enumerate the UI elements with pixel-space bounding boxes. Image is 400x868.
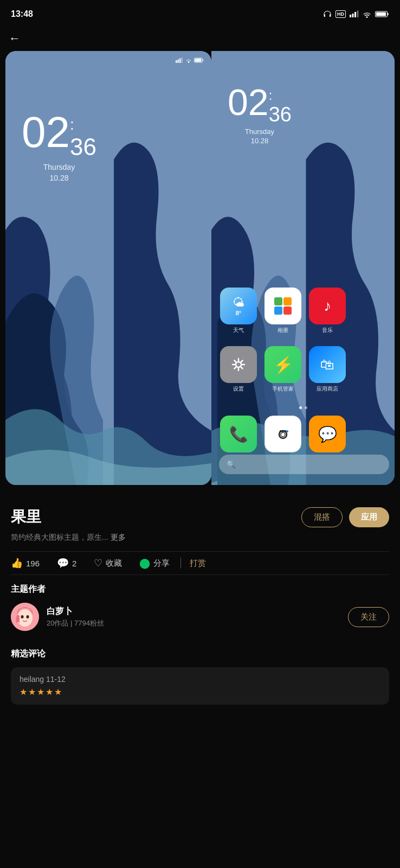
app-settings[interactable]: 设置: [220, 346, 257, 393]
collect-label: 收藏: [106, 558, 122, 569]
dot-2: [305, 406, 307, 409]
svg-rect-8: [178, 60, 179, 63]
star-3: ★: [37, 687, 44, 697]
reward-action[interactable]: 打赏: [190, 558, 215, 569]
star-2: ★: [28, 687, 36, 697]
app-phone[interactable]: 📞: [220, 416, 257, 452]
collect-action[interactable]: ♡ 收藏: [85, 557, 131, 569]
theme-title-row: 果里 混搭 应用: [11, 507, 389, 527]
app-camera[interactable]: [264, 416, 301, 452]
comments-section: 精选评论 heilang 11-12 ★ ★ ★ ★ ★: [0, 640, 400, 705]
lock-screen-preview[interactable]: 02 : 36 Thursday 10.28: [5, 51, 211, 485]
svg-rect-6: [376, 12, 386, 16]
collect-icon: ♡: [94, 557, 102, 569]
home-day: Thursday: [228, 127, 292, 136]
theme-more-link[interactable]: 更多: [111, 533, 126, 541]
svg-rect-18: [274, 307, 282, 315]
home-colon: :: [269, 88, 292, 103]
app-photos[interactable]: 相册: [264, 288, 301, 334]
appstore-icon: 🛍: [309, 346, 346, 383]
app-appstore[interactable]: 🛍 应用商店: [309, 346, 346, 393]
svg-rect-16: [274, 297, 282, 305]
home-search-bar[interactable]: 🔍: [219, 455, 389, 474]
lock-hour: 02: [22, 111, 70, 154]
home-screen-preview[interactable]: 02 : 36 Thursday 10.28 🌤 8° 天气: [211, 51, 395, 485]
app-row-1: 🌤 8° 天气 相册: [220, 288, 389, 334]
photos-icon: [264, 288, 301, 324]
phonemanager-label: 手机管家: [272, 385, 294, 393]
author-fans: 7794粉丝: [74, 619, 104, 627]
app-phonemanager[interactable]: ⚡ 手机管家: [264, 346, 301, 393]
like-action[interactable]: 👍 196: [11, 557, 48, 569]
settings-label: 设置: [233, 385, 244, 393]
dock-row: 📞 💬: [220, 416, 389, 452]
actions-row: 👍 196 💬 2 ♡ 收藏 ⬤ 分享 打赏: [11, 551, 389, 575]
comments-title: 精选评论: [11, 648, 389, 660]
lock-signal-icon: [176, 58, 183, 63]
lock-date: 10.28: [22, 174, 96, 182]
share-action[interactable]: ⬤ 分享: [131, 557, 178, 569]
comment-item: heilang 11-12 ★ ★ ★ ★ ★: [11, 667, 389, 705]
music-label: 音乐: [322, 327, 333, 334]
author-info: 白萝卜 20作品 | 7794粉丝: [11, 603, 104, 631]
svg-point-27: [17, 609, 33, 627]
settings-icon: [220, 346, 257, 383]
lock-screen-status: [176, 58, 204, 63]
search-icon: 🔍: [227, 460, 236, 469]
reward-label: 打赏: [190, 558, 206, 569]
app-weather[interactable]: 🌤 8° 天气: [220, 288, 257, 334]
author-details: 白萝卜 20作品 | 7794粉丝: [47, 606, 104, 628]
page-dots: [211, 406, 395, 409]
comment-date: 11-12: [46, 675, 66, 684]
svg-point-25: [286, 430, 288, 432]
author-stats: 20作品 | 7794粉丝: [47, 618, 104, 628]
author-row: 白萝卜 20作品 | 7794粉丝 关注: [11, 603, 389, 631]
svg-rect-14: [195, 59, 202, 62]
comment-icon: 💬: [57, 557, 69, 569]
photos-label: 相册: [278, 327, 288, 334]
svg-rect-5: [388, 13, 389, 15]
svg-point-29: [27, 615, 29, 618]
app-music[interactable]: ♪ 音乐: [309, 288, 346, 334]
author-section: 主题作者 白萝卜: [0, 575, 400, 640]
lock-day: Thursday: [22, 163, 96, 171]
comment-action[interactable]: 💬 2: [48, 557, 85, 569]
wechat-icon: ⬤: [139, 557, 150, 569]
comment-count: 2: [72, 559, 76, 568]
hd-icon: HD: [336, 10, 346, 18]
appstore-label: 应用商店: [317, 385, 338, 393]
author-avatar[interactable]: [11, 603, 39, 631]
weather-icon: 🌤 8°: [220, 288, 257, 324]
svg-rect-9: [179, 59, 181, 63]
apply-button[interactable]: 应用: [349, 507, 389, 527]
home-clock: 02 : 36 Thursday 10.28: [228, 84, 292, 145]
status-time: 13:48: [11, 9, 33, 19]
lock-colon: :: [70, 116, 96, 133]
svg-rect-7: [176, 60, 177, 63]
home-colon-minute: : 36: [269, 88, 292, 126]
author-name: 白萝卜: [47, 606, 104, 617]
svg-rect-13: [203, 60, 204, 61]
theme-title: 果里: [11, 507, 41, 527]
weather-label: 天气: [233, 327, 244, 334]
back-button[interactable]: ←: [0, 26, 400, 51]
author-works: 20作品: [47, 619, 68, 627]
lock-colon-minute: : 36: [70, 116, 96, 161]
comment-user: heilang 11-12: [20, 675, 380, 684]
svg-point-28: [21, 615, 24, 618]
svg-rect-2: [354, 12, 356, 17]
svg-rect-19: [283, 307, 292, 315]
follow-button[interactable]: 关注: [348, 607, 389, 627]
mix-button[interactable]: 混搭: [301, 507, 343, 527]
lock-minute: 36: [70, 133, 96, 161]
theme-description: 简约经典大图标主题，原生... 更多: [11, 533, 389, 542]
phonemanager-icon: ⚡: [264, 346, 301, 383]
comment-stars: ★ ★ ★ ★ ★: [20, 687, 380, 697]
like-count: 196: [26, 559, 40, 568]
app-message[interactable]: 💬: [309, 416, 346, 452]
svg-rect-3: [357, 11, 359, 18]
star-1: ★: [20, 687, 27, 697]
action-divider: [180, 558, 181, 569]
headphone-icon: [322, 10, 332, 18]
lock-battery-icon: [194, 58, 204, 63]
